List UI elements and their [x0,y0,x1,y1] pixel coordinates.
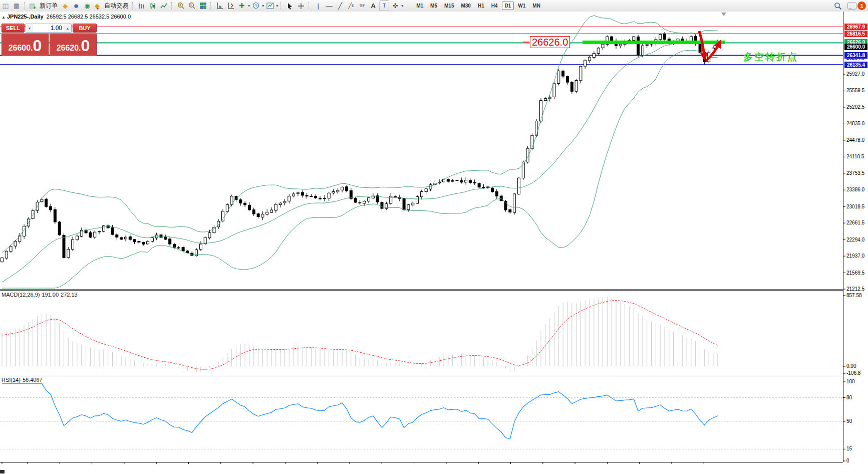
profile-window-icon[interactable]: ◫ [1,1,11,11]
price-tick-label: 23753.5 [846,170,864,176]
arrows-icon[interactable]: ✜ [390,1,400,11]
tile-windows-icon[interactable] [198,1,208,11]
price-tick-label: 0.00 [846,363,856,369]
candlestick-chart-icon[interactable] [148,1,158,11]
price-tick-label: 25202.5 [846,104,864,110]
macd-label: MACD(12,26,9)191.00272.13 [2,292,80,298]
buy-price-tile[interactable]: 26620.0 [50,34,97,56]
price-tick-label: 22661.5 [846,220,864,225]
chat-icon[interactable] [847,2,856,10]
sell-button[interactable]: SELL [2,24,25,33]
terminal-icon[interactable]: ☻ [71,1,81,11]
price-tick-label: 21937.0 [846,253,864,259]
autotrading-label[interactable]: 自动交易 [104,2,128,10]
templates-icon[interactable] [265,1,275,11]
buy-price-big-digit: 0 [81,38,90,53]
volume-value[interactable]: 1.00 [33,24,64,32]
cursor-icon[interactable] [285,1,295,11]
horizontal-line-icon[interactable]: — [324,1,334,11]
price-axis-box-label: 26135.4 [844,62,867,68]
rsi-value: 56.4067 [23,377,43,383]
macd-signal-value: 272.13 [61,292,78,298]
price-tick-label: 24478.0 [846,137,864,143]
indicators-dropdown-icon[interactable]: ▾ [248,4,250,8]
new-order-icon[interactable]: ▤+ [29,1,39,11]
crosshair-icon[interactable] [296,1,306,11]
macd-value: 191.00 [42,292,59,298]
line-chart-icon[interactable] [159,1,169,11]
data-window-icon[interactable]: ▦ [12,1,22,11]
toolbar-separator [280,2,282,10]
trendline-icon[interactable]: ╱ [335,1,345,11]
volume-decrease-button[interactable]: ▼ [26,24,33,32]
turning-point-note[interactable]: 多空转折点 [743,51,798,64]
price-tick-label: 80 [846,395,852,400]
price-tick-label: 22294.0 [846,237,864,243]
volume-increase-button[interactable]: ▲ [64,24,71,32]
chart-area[interactable]: ▲JPN225-,Daily 26592.5 26682.5 26532.5 2… [0,12,868,474]
timeframe-d1-button[interactable]: D1 [502,2,514,10]
price-tick-label: 21569.5 [846,270,864,276]
auto-scroll-icon[interactable] [215,1,225,11]
timeframe-m30-button[interactable]: M30 [458,2,473,10]
templates-dropdown-icon[interactable]: ▾ [276,4,278,8]
price-tick-label: 25559.5 [846,88,864,93]
buy-price: 26620. [57,43,81,53]
one-click-trade-panel: SELL ▼ 1.00 ▲ BUY 26600.0 26620.0 [2,24,97,56]
toolbar-separator [406,2,408,10]
new-order-label[interactable]: 新订单 [40,2,58,10]
timeframe-mn-button[interactable]: MN [529,2,543,10]
equidistant-channel-icon[interactable]: ╱E [346,1,356,11]
sell-price-big-digit: 0 [33,38,42,53]
mt4-window: ◫ ▦ ▤+ 新订单 ◆ ☻ ◉ ◆● 自动交易 ▾ ▾ ▾ | — ╱ ╱E [0,0,868,474]
toolbar-separator [132,2,134,10]
timeframe-w1-button[interactable]: W1 [515,2,528,10]
notification-badge[interactable]: 1 [857,2,866,10]
price-tick-label: 857.58 [846,293,862,298]
periods-dropdown-icon[interactable]: ▾ [262,4,264,8]
price-tick-label: 15 [846,446,852,451]
chart-shift-icon[interactable] [226,1,236,11]
price-tick-label: 24110.5 [846,154,864,159]
timeframe-bar: M1M5M15M30H1H4D1W1MN [413,2,544,10]
volume-stepper: ▼ 1.00 ▲ [26,24,72,33]
price-tick-label: -106.8 [846,370,860,376]
price-tick-label: 23018.5 [846,204,864,209]
search-icon[interactable] [833,1,843,11]
symbol-period: JPN225-,Daily [7,14,44,20]
price-tick-label: 0 [846,458,849,463]
price-tick-label: 100 [846,379,855,384]
price-tick-label: 50 [846,418,852,424]
text-icon[interactable]: A [368,1,378,11]
zoom-out-icon[interactable] [187,1,197,11]
arrows-dropdown-icon[interactable]: ▾ [401,4,403,8]
text-label-icon[interactable]: T [379,1,389,11]
price-tick-label: 23386.0 [846,187,864,192]
periods-icon[interactable] [251,1,261,11]
timeframe-h4-button[interactable]: H4 [488,2,501,10]
sell-price: 26600. [9,43,33,53]
support-price-tag-dash [523,42,529,43]
vertical-line-icon[interactable]: | [313,1,323,11]
buy-button[interactable]: BUY [73,24,97,33]
toolbar-separator [210,2,212,10]
bar-chart-icon[interactable] [137,1,147,11]
support-price-tag[interactable]: 26626.0 [530,36,570,48]
price-axis-box-label: 26341.8 [844,52,867,59]
scrollbar-notch [0,470,5,473]
metaeditor-icon[interactable]: ◆ [60,1,70,11]
timeframe-m1-button[interactable]: M1 [413,2,426,10]
timeframe-m5-button[interactable]: M5 [427,2,440,10]
timeframe-m15-button[interactable]: M15 [441,2,457,10]
timeframe-h1-button[interactable]: H1 [475,2,487,10]
collapse-arrow-icon[interactable]: ▲ [2,15,6,20]
indicators-icon[interactable] [237,1,247,11]
fibonacci-icon[interactable]: ≡F [357,1,367,11]
signal-icon[interactable]: ◉ [82,1,92,11]
sell-price-tile[interactable]: 26600.0 [2,34,49,56]
ohlc-values: 26592.5 26682.5 26532.5 26600.0 [47,14,131,20]
zoom-in-icon[interactable] [176,1,186,11]
autotrading-icon[interactable]: ◆● [93,1,103,11]
toolbar-separator [309,2,311,10]
price-tick-label: 21212.5 [846,286,864,292]
